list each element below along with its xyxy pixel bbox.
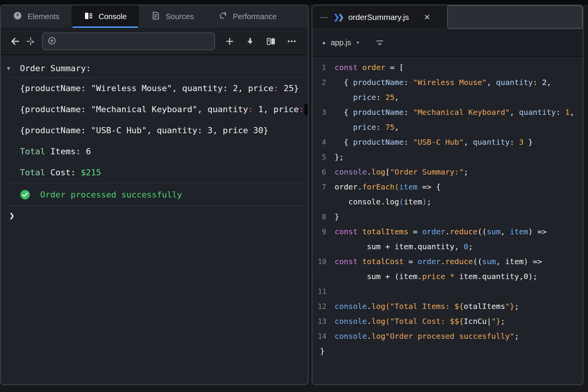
close-tab-icon[interactable]: ✕ (424, 13, 430, 22)
tab-sources[interactable]: Sources (139, 5, 206, 28)
code-token: reduce (445, 257, 473, 266)
code-token: "Order Summary:" (390, 167, 464, 176)
code-token: ( (399, 197, 404, 206)
code-token: otalItems (464, 302, 505, 311)
code-token: const (335, 257, 358, 266)
console-prompt-row[interactable]: ❯ (1, 206, 308, 225)
code-token: : (404, 108, 413, 117)
code-token: . (445, 227, 450, 236)
inspect-target-icon[interactable] (23, 33, 38, 50)
code-token: order (422, 227, 445, 236)
code-line: { productName: "Wireless Mouse", quantit… (335, 78, 551, 87)
code-token: ; (464, 167, 468, 176)
code-row: 8} (312, 209, 583, 224)
disclosure-triangle-icon[interactable]: ▼ (7, 65, 10, 71)
download-arrow-icon[interactable] (243, 33, 258, 50)
code-token: const (335, 227, 358, 236)
code-line: { productName: "Mechanical Keyboard", qu… (335, 108, 574, 117)
tab-label: Elements (28, 12, 59, 21)
code-line: }; (335, 152, 344, 162)
console-text: : (299, 105, 304, 114)
line-number: 2 (312, 78, 326, 87)
code-token: " (491, 317, 496, 326)
code-line: console.log("Total Cost: $${IcnCu|"}; (335, 317, 505, 326)
devtools-panel: Elements Console Sources Performance (0, 5, 309, 385)
console-output: ▼Order Summary:{productName: "Wireless M… (1, 55, 308, 225)
console-group-row: ▼Order Summary: (1, 59, 308, 77)
code-token: ; (468, 242, 473, 251)
code-token: console (335, 167, 367, 176)
code-row: 11 (312, 284, 583, 299)
back-arrow-icon[interactable] (8, 33, 23, 50)
console-log-row: Total Items: 6 (1, 141, 308, 162)
code-token: sum + item.quantity, (335, 242, 464, 251)
code-token: , (487, 78, 496, 87)
code-line: console.log["Order Summary:"; (335, 167, 468, 176)
code-token (445, 272, 450, 281)
code-line: const order = [ (335, 63, 404, 72)
line-number: 8 (312, 212, 326, 221)
code-line: const totalItems = order.reduce((sum, it… (335, 227, 547, 236)
circled-plus-icon (47, 36, 56, 47)
code-row: price: 25, (312, 90, 583, 105)
code-token: = [ (385, 63, 403, 72)
code-token: ; (501, 317, 505, 326)
code-token: ; (514, 332, 519, 341)
code-line: } (335, 212, 339, 221)
console-text: {productName: "USB-C Hub", quantity: 3, … (20, 126, 268, 135)
code-token: : (376, 93, 385, 102)
breadcrumb-file-name[interactable]: app.js (331, 38, 351, 47)
console-filter-input[interactable] (60, 38, 210, 46)
console-success-row: Order processed successfully (1, 183, 308, 206)
code-token: "Total Cost: (390, 317, 450, 326)
code-token: } (496, 317, 500, 326)
code-row: 7order.forEach(item => { (312, 179, 583, 194)
code-token: price (422, 272, 445, 281)
code-token: reduce (450, 227, 477, 236)
console-text: Total (20, 147, 45, 156)
filter-sort-icon[interactable] (375, 38, 384, 47)
code-token: ; (514, 302, 519, 311)
code-token: log( (371, 317, 390, 326)
code-token: 1 (565, 108, 570, 117)
editor-tab-ordersummary[interactable]: — ❯❯ orderSummary.js ✕ (312, 5, 447, 29)
code-token: : (510, 137, 519, 147)
line-number: 5 (312, 153, 326, 161)
code-token: [ (385, 167, 390, 176)
console-filter-box (42, 33, 215, 50)
chevron-down-icon[interactable]: ▼ (356, 40, 360, 45)
code-row: price: 75, (312, 119, 583, 134)
line-number: 3 (312, 108, 326, 116)
code-token: : (404, 78, 413, 87)
code-token: } (320, 346, 325, 356)
code-row: 10const totalCost = order.reduce((sum, i… (312, 254, 583, 269)
code-token: console (335, 317, 367, 326)
tab-console[interactable]: Console (72, 5, 139, 28)
tab-label: Performance (233, 12, 277, 21)
add-icon[interactable] (222, 33, 237, 50)
devtools-tabbar: Elements Console Sources Performance (1, 5, 308, 28)
code-editor[interactable]: 1const order = [2 { productName: "Wirele… (312, 57, 583, 358)
tab-elements[interactable]: Elements (1, 5, 72, 28)
code-row: } (312, 343, 583, 358)
code-token: => { (418, 182, 441, 191)
console-text: 1, price (253, 105, 299, 114)
console-toolbar (1, 28, 308, 55)
split-view-icon[interactable] (263, 33, 279, 50)
code-token: } (335, 212, 339, 221)
caret-up-icon: ▲ (322, 40, 326, 45)
line-number: 10 (312, 257, 326, 266)
code-token: { (335, 108, 353, 117)
code-token: }; (335, 152, 344, 162)
more-options-icon[interactable] (284, 33, 299, 50)
tab-performance[interactable]: Performance (206, 5, 289, 28)
sources-icon (151, 11, 160, 22)
console-text: $215 (81, 168, 101, 177)
code-row: sum + item.quantity, 0; (312, 239, 583, 254)
code-token: : (556, 108, 565, 117)
code-token: quantity (519, 108, 556, 117)
code-token: order (362, 63, 385, 72)
code-token: , (510, 108, 519, 117)
code-token: order. (335, 182, 362, 191)
code-token: sum + (item. (335, 272, 422, 281)
